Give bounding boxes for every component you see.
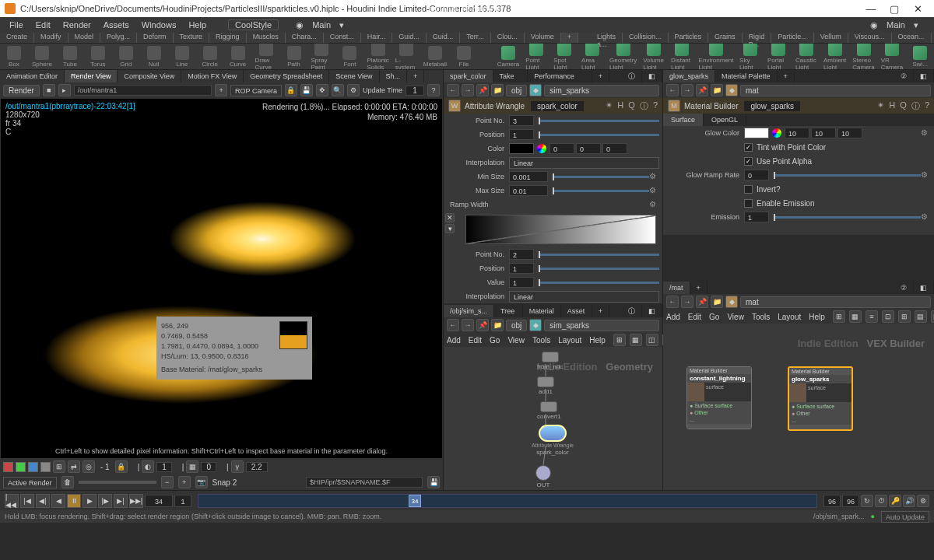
lock-icon[interactable]: 🔒 <box>285 84 297 96</box>
snap-path[interactable]: $HIP/ipr/$SNAPNAME.$F <box>306 477 423 488</box>
position-slider[interactable] <box>539 134 659 136</box>
shelf-main-right[interactable]: ◉ Main ▾ <box>864 20 925 30</box>
render-viewport[interactable]: /out/mantra1(pbrraytrace)-22:03:42[1] 12… <box>0 98 443 459</box>
tool-vollight[interactable]: Volume Light <box>643 44 665 70</box>
search-icon[interactable]: Q <box>900 100 907 112</box>
net-help[interactable]: Help <box>809 313 825 321</box>
tool-causticlight[interactable]: Caustic Light <box>795 44 817 70</box>
net-layout[interactable]: Layout <box>778 313 801 321</box>
tool-spotlight[interactable]: Spot Light <box>553 44 575 70</box>
shelf-cat[interactable]: Modify <box>34 33 68 43</box>
path-obj[interactable]: obj <box>506 320 527 331</box>
shelf-cat2[interactable]: Particle... <box>771 33 814 43</box>
folder-icon[interactable]: 📁 <box>491 84 504 96</box>
pointno-field[interactable]: 3 <box>509 115 534 126</box>
trash-icon[interactable]: 🗑 <box>61 476 74 488</box>
tool-curve[interactable]: Curve <box>227 46 249 68</box>
tool-platonic[interactable]: Platonic Solids <box>367 44 388 70</box>
g-channel-icon[interactable] <box>16 462 26 472</box>
tool-geolight[interactable]: Geometry Light <box>609 44 637 70</box>
tool-amblight[interactable]: Ambient Light <box>823 44 846 70</box>
tab-mat-palette[interactable]: Material Palette <box>715 70 778 82</box>
shelf-cat[interactable]: Chara... <box>286 33 324 43</box>
search-icon[interactable]: Q <box>628 100 635 112</box>
last-frame-icon[interactable]: ▶▶| <box>129 494 143 508</box>
shelf-cat2[interactable]: Collision... <box>623 33 669 43</box>
tab-spark-color[interactable]: spark_color <box>444 70 493 82</box>
audio-icon[interactable]: 🔊 <box>903 495 915 507</box>
shelf-cat2[interactable]: Rigid B... <box>743 33 772 43</box>
shelf-cat[interactable]: Texture <box>174 33 210 43</box>
tab-mat-palette[interactable]: Material Pa... <box>523 305 561 317</box>
shelf-cat[interactable]: Guid... <box>392 33 427 43</box>
pane-ctrl-icon[interactable]: ◧ <box>642 305 662 317</box>
end2-field[interactable]: 96 <box>842 495 859 507</box>
save-icon[interactable]: 💾 <box>427 476 440 488</box>
timeline-ruler[interactable]: 34 <box>198 494 817 508</box>
pin-icon[interactable]: 📌 <box>476 84 489 96</box>
node-spark-color[interactable]: Attribute Wranglespark_color <box>532 425 574 456</box>
interp2-dropdown[interactable]: Linear <box>509 291 659 303</box>
tab-composite[interactable]: Composite View <box>118 70 181 82</box>
net-icon[interactable]: ▦ <box>630 334 642 346</box>
tool-lsystem[interactable]: L-system <box>395 44 417 70</box>
interp-dropdown[interactable]: Linear <box>509 157 659 169</box>
gear-icon[interactable]: ✴ <box>606 100 613 112</box>
frame-field[interactable]: 34 <box>145 495 173 507</box>
position-field[interactable]: 1 <box>509 129 534 140</box>
plus-icon[interactable]: + <box>215 84 227 96</box>
folder-icon[interactable]: 📁 <box>711 296 723 308</box>
shelf-cat2[interactable]: Lights a... <box>591 33 623 43</box>
net-icon[interactable]: ⊡ <box>882 310 894 323</box>
color-r[interactable]: 0 <box>550 143 574 154</box>
net-layout[interactable]: Layout <box>558 336 581 345</box>
gear-icon[interactable]: ⚙ <box>649 186 659 196</box>
back-icon[interactable]: ← <box>447 319 459 331</box>
shelf-cat2[interactable]: Viscous... <box>848 33 892 43</box>
ramprate-slider[interactable] <box>774 174 921 177</box>
network-view[interactable]: Indie Edition Geometry from_ndc add1 con… <box>444 347 662 490</box>
net-icon[interactable]: ▤ <box>915 310 927 323</box>
net-icon[interactable]: ⊞ <box>613 334 626 346</box>
pin-icon[interactable]: 📌 <box>476 319 489 331</box>
tool-tube[interactable]: Tube <box>59 46 81 68</box>
gear-icon[interactable]: ⚙ <box>649 172 659 182</box>
h-icon[interactable]: H <box>889 100 895 112</box>
ramp-widget[interactable] <box>465 215 656 244</box>
folder-icon[interactable]: 📁 <box>491 319 504 331</box>
tool-portallight[interactable]: Portal Light <box>767 44 789 70</box>
zoom-icon[interactable]: 🔍 <box>332 84 344 96</box>
step-fwd-icon[interactable]: |▶ <box>98 494 112 508</box>
matnode-constant-lightning[interactable]: Material Builder constant_lightning surf… <box>686 366 752 429</box>
pane-ctrl-icon[interactable]: ◧ <box>914 282 934 294</box>
tab-render-view[interactable]: Render View <box>65 70 118 82</box>
emission-checkbox[interactable] <box>744 199 753 208</box>
pointno2-field[interactable]: 2 <box>509 249 534 260</box>
net-tools[interactable]: Tools <box>532 336 550 345</box>
info-icon[interactable]: ⓘ <box>640 100 648 112</box>
net-add[interactable]: Add <box>666 313 680 321</box>
net-icon[interactable]: ▥ <box>931 310 934 323</box>
node-convert1[interactable]: convert1 <box>537 401 561 420</box>
minsize-field[interactable]: 0.001 <box>509 171 548 182</box>
tool-line[interactable]: Line <box>171 46 193 68</box>
matnode-glow-sparks[interactable]: Material Builder glow_sparks surface ● S… <box>788 366 853 431</box>
help-icon[interactable]: ? <box>427 84 440 96</box>
menu-help[interactable]: Help <box>182 20 212 30</box>
play-back-icon[interactable]: ◀ <box>51 494 65 508</box>
timeline-cursor[interactable]: 34 <box>409 495 421 507</box>
ramp-x-icon[interactable]: ✕ <box>445 213 455 222</box>
shelf-cat2[interactable]: Grains <box>708 33 743 43</box>
gear-icon[interactable]: ⚙ <box>921 212 931 222</box>
back-icon[interactable]: ← <box>666 84 679 96</box>
ramp-expand-icon[interactable]: ▾ <box>445 224 455 233</box>
tab-sh[interactable]: Sh... <box>380 70 408 82</box>
geo-icon[interactable]: ◆ <box>529 319 542 331</box>
net-add[interactable]: Add <box>447 336 461 345</box>
value-field[interactable]: 1 <box>509 277 534 288</box>
realtime-icon[interactable]: ⏱ <box>875 495 887 507</box>
path-sim[interactable]: sim_sparks <box>544 85 659 96</box>
net-view[interactable]: View <box>507 336 525 345</box>
pane-ctrl-icon[interactable]: ◧ <box>642 70 662 82</box>
shelf-cat2[interactable]: Ocean... <box>892 33 932 43</box>
